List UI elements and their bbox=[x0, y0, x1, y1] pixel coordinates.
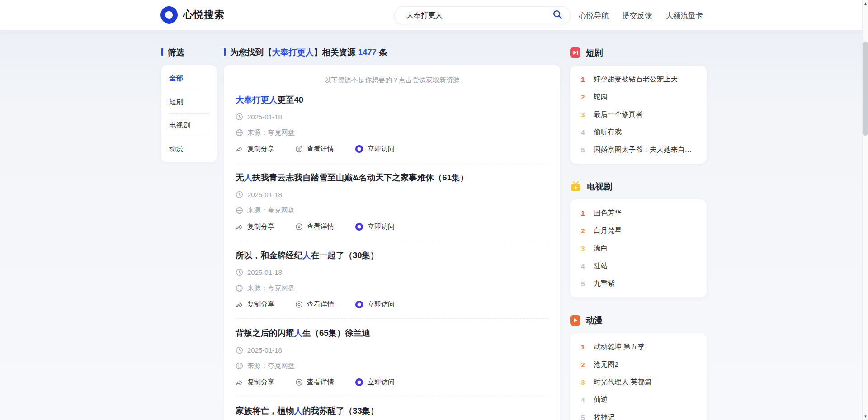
copy-share-button[interactable]: 复制分享 bbox=[236, 222, 274, 231]
result-list: 大奉打更人更至402025-01-18来源：夸克网盘复制分享查看详情立即访问无人… bbox=[236, 85, 548, 420]
ranking-item[interactable]: 5闪婚京圈太子爷：夫人她来自农村 bbox=[579, 141, 698, 159]
copy-share-button[interactable]: 复制分享 bbox=[236, 300, 274, 309]
ranking-item[interactable]: 4偷听有戏 bbox=[579, 123, 698, 141]
clock-icon bbox=[236, 191, 243, 198]
eye-icon bbox=[295, 223, 303, 231]
title-highlight: 人 bbox=[302, 250, 311, 260]
view-detail-button[interactable]: 查看详情 bbox=[295, 378, 334, 387]
view-detail-button-label: 查看详情 bbox=[307, 222, 334, 231]
ranking-item[interactable]: 1国色芳华 bbox=[579, 204, 698, 222]
result-card: 以下资源不是你想要的？点击尝试获取新资源 大奉打更人更至402025-01-18… bbox=[224, 65, 560, 420]
result-item: 无人扶我青云志我自踏雪至山巅&名动天下之家事难休（61集）2025-01-18来… bbox=[236, 163, 548, 241]
visit-now-button[interactable]: 立即访问 bbox=[355, 300, 395, 309]
title-text: 所以，和金牌经纪 bbox=[236, 250, 302, 260]
ranking-item[interactable]: 5九重紫 bbox=[579, 275, 698, 293]
results-column: 为您找到【大奉打更人】相关资源 1477 条 以下资源不是你想要的？点击尝试获取… bbox=[224, 47, 560, 420]
copy-share-button-label: 复制分享 bbox=[247, 300, 274, 309]
result-source: 来源：夸克网盘 bbox=[247, 362, 295, 370]
nav-link-navigation[interactable]: 心悦导航 bbox=[579, 11, 609, 21]
results-heading-label: 为您找到【大奉打更人】相关资源 1477 条 bbox=[230, 47, 387, 58]
copy-share-button[interactable]: 复制分享 bbox=[236, 145, 274, 153]
result-source: 来源：夸克网盘 bbox=[247, 284, 295, 293]
result-source-row: 来源：夸克网盘 bbox=[236, 362, 548, 370]
ranking-item[interactable]: 4驻站 bbox=[579, 257, 698, 275]
ranking-title: 短剧 bbox=[586, 47, 603, 58]
visit-now-button[interactable]: 立即访问 bbox=[355, 378, 395, 387]
heading-count: 1477 bbox=[358, 47, 377, 57]
ranking-item[interactable]: 1好孕甜妻被钻石老公宠上天 bbox=[579, 71, 698, 88]
ranking-item[interactable]: 2白月梵星 bbox=[579, 222, 698, 240]
action-row: 复制分享查看详情立即访问 bbox=[236, 145, 548, 153]
filter-item-2[interactable]: 电视剧 bbox=[169, 114, 209, 137]
scrollbar[interactable]: ▲ ▼ bbox=[862, 0, 868, 420]
result-date-row: 2025-01-18 bbox=[236, 269, 548, 276]
nav-link-feedback[interactable]: 提交反馈 bbox=[623, 11, 652, 21]
view-detail-button[interactable]: 查看详情 bbox=[295, 222, 334, 231]
result-title-link[interactable]: 大奉打更人更至40 bbox=[236, 94, 548, 105]
result-source: 来源：夸克网盘 bbox=[247, 206, 295, 215]
copy-share-button[interactable]: 复制分享 bbox=[236, 378, 274, 387]
view-detail-button[interactable]: 查看详情 bbox=[295, 300, 334, 309]
heading-middle: 】相关资源 bbox=[314, 47, 358, 57]
rank-item-label: 驻站 bbox=[594, 261, 608, 271]
ranking-item[interactable]: 3时光代理人 英都篇 bbox=[579, 373, 698, 391]
title-text: 背叛之后的闪耀 bbox=[236, 328, 294, 338]
filter-item-1[interactable]: 短剧 bbox=[169, 90, 209, 114]
filter-card: 全部短剧电视剧动漫 bbox=[161, 65, 217, 162]
result-date-row: 2025-01-18 bbox=[236, 191, 548, 198]
logo[interactable]: 心悦搜索 bbox=[160, 6, 225, 24]
result-date: 2025-01-18 bbox=[247, 191, 282, 198]
result-title-link[interactable]: 无人扶我青云志我自踏雪至山巅&名动天下之家事难休（61集） bbox=[236, 172, 548, 183]
scrollbar-thumb[interactable] bbox=[863, 42, 868, 136]
filter-heading: 筛选 bbox=[161, 47, 217, 57]
rank-number: 1 bbox=[581, 343, 587, 351]
result-title-link[interactable]: 家族将亡，植物人的我苏醒了（33集） bbox=[236, 405, 548, 416]
eye-icon bbox=[295, 301, 303, 308]
scroll-up-icon[interactable]: ▲ bbox=[863, 0, 868, 7]
filter-item-3[interactable]: 动漫 bbox=[169, 137, 209, 160]
rankings-column: 短剧1好孕甜妻被钻石老公宠上天2蛇园3最后一个修真者4偷听有戏5闪婚京圈太子爷：… bbox=[570, 47, 707, 420]
ranking-item[interactable]: 2蛇园 bbox=[579, 88, 698, 106]
ranking-item[interactable]: 2沧元图2 bbox=[579, 356, 698, 373]
heading-suffix: 条 bbox=[377, 47, 387, 57]
result-source-row: 来源：夸克网盘 bbox=[236, 128, 548, 137]
rank-number: 2 bbox=[581, 93, 587, 101]
page: 心悦搜索 心悦导航 提交反馈 大额流量卡 筛选 bbox=[0, 0, 868, 420]
result-title-link[interactable]: 背叛之后的闪耀人生（65集）徐兰迪 bbox=[236, 327, 548, 339]
search-input[interactable] bbox=[395, 11, 551, 19]
result-date: 2025-01-18 bbox=[247, 346, 282, 354]
title-highlight: 大奉打更人 bbox=[236, 95, 278, 104]
visit-now-button[interactable]: 立即访问 bbox=[355, 145, 395, 153]
clock-icon bbox=[236, 269, 243, 276]
ranking-item[interactable]: 5牧神记 bbox=[579, 409, 698, 420]
result-source: 来源：夸克网盘 bbox=[247, 128, 295, 137]
scroll-down-icon[interactable]: ▼ bbox=[863, 413, 868, 420]
visit-now-button-label: 立即访问 bbox=[368, 222, 395, 231]
rank-number: 5 bbox=[581, 414, 587, 420]
ranking-section-2: 动漫1武动乾坤 第五季2沧元图23时光代理人 英都篇4仙逆5牧神记 bbox=[570, 315, 707, 420]
results-heading: 为您找到【大奉打更人】相关资源 1477 条 bbox=[224, 47, 560, 57]
ranking-card: 1武动乾坤 第五季2沧元图23时光代理人 英都篇4仙逆5牧神记 bbox=[570, 333, 707, 420]
view-detail-button[interactable]: 查看详情 bbox=[295, 145, 334, 153]
content: 筛选 全部短剧电视剧动漫 为您找到【大奉打更人】相关资源 1477 条 以下资源… bbox=[161, 47, 707, 420]
rank-item-label: 仙逆 bbox=[594, 395, 608, 405]
ranking-item[interactable]: 4仙逆 bbox=[579, 391, 698, 409]
ranking-item[interactable]: 3漂白 bbox=[579, 240, 698, 257]
nav-link-data-card[interactable]: 大额流量卡 bbox=[666, 11, 703, 21]
visit-now-button[interactable]: 立即访问 bbox=[355, 222, 395, 231]
action-row: 复制分享查看详情立即访问 bbox=[236, 378, 548, 387]
ranking-heading: 电视剧 bbox=[570, 181, 707, 192]
ranking-item[interactable]: 1武动乾坤 第五季 bbox=[579, 338, 698, 356]
search-button[interactable] bbox=[551, 9, 570, 21]
ranking-item[interactable]: 3最后一个修真者 bbox=[579, 106, 698, 123]
globe-icon bbox=[236, 207, 243, 214]
filter-item-0[interactable]: 全部 bbox=[169, 67, 209, 90]
search-icon bbox=[552, 9, 563, 21]
rank-item-label: 闪婚京圈太子爷：夫人她来自农村 bbox=[594, 145, 696, 155]
rank-number: 2 bbox=[581, 361, 587, 369]
filter-heading-label: 筛选 bbox=[168, 47, 184, 58]
refresh-notice[interactable]: 以下资源不是你想要的？点击尝试获取新资源 bbox=[236, 76, 548, 85]
rank-item-label: 好孕甜妻被钻石老公宠上天 bbox=[594, 75, 678, 84]
quark-icon bbox=[355, 378, 363, 387]
result-title-link[interactable]: 所以，和金牌经纪人在一起了（30集） bbox=[236, 250, 548, 261]
